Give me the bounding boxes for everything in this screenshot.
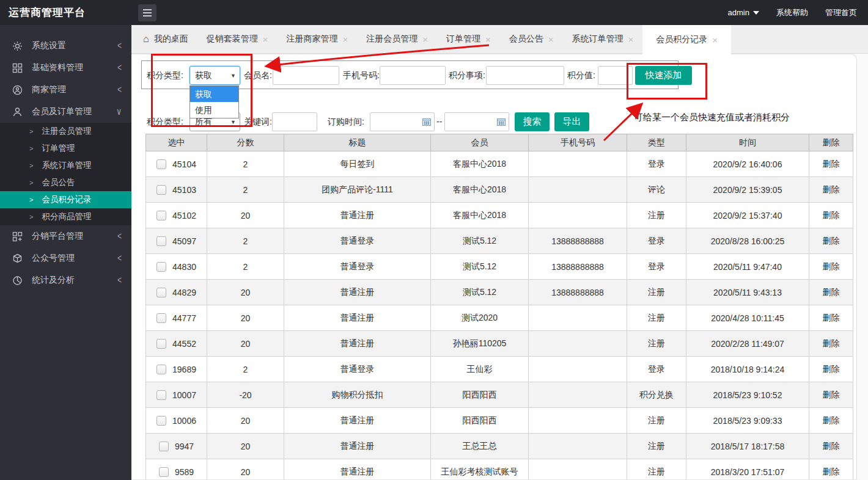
sidebar: 系统设置 < 基础资料管理 < 商家管理 < 会员及订单管理 ∨ >注册会员管理: [0, 25, 131, 480]
annotation-note: 可给某一个会员快速充值或者消耗积分: [634, 112, 790, 123]
calendar-icon[interactable]: [422, 118, 431, 126]
row-member: 客服中心2018: [431, 177, 529, 203]
sidebar-item-basic-data[interactable]: 基础资料管理 <: [0, 57, 131, 79]
table-row: 4482920普通注册测试5.1213888888888注册2020/5/11 …: [146, 280, 853, 305]
grid-icon: [11, 62, 23, 73]
row-delete-link[interactable]: 删除: [809, 228, 853, 254]
row-time: 2020/9/2 15:37:40: [686, 203, 809, 228]
row-delete-link[interactable]: 删除: [809, 254, 853, 280]
sidebar-item-system-order-mgmt[interactable]: >系统订单管理: [0, 157, 131, 174]
row-checkbox[interactable]: [156, 416, 166, 426]
user-menu[interactable]: admin: [728, 8, 759, 17]
sidebar-item-points-goods-mgmt[interactable]: >积分商品管理: [0, 208, 131, 225]
sidebar-item-member-notice[interactable]: >会员公告: [0, 174, 131, 191]
keyword-label: 关键词:: [244, 112, 272, 131]
sidebar-item-order-mgmt[interactable]: >订单管理: [0, 140, 131, 157]
row-delete-link[interactable]: 删除: [809, 408, 853, 434]
date-from-field[interactable]: [370, 112, 435, 131]
points-item-input[interactable]: [486, 66, 564, 85]
tab-system-order-mgmt[interactable]: 系统订单管理×: [563, 25, 643, 53]
row-delete-link[interactable]: 删除: [809, 203, 853, 228]
dropdown-option-use[interactable]: 使用: [190, 102, 238, 118]
row-delete-link[interactable]: 删除: [809, 177, 853, 203]
row-checkbox[interactable]: [156, 236, 166, 246]
row-member: 测试2020: [431, 305, 529, 331]
row-delete-link[interactable]: 删除: [809, 357, 853, 382]
calendar-icon[interactable]: [497, 118, 506, 126]
tab-member-notice[interactable]: 会员公告×: [500, 25, 563, 53]
quick-add-button[interactable]: 快速添加: [635, 66, 692, 85]
row-checkbox[interactable]: [156, 159, 166, 169]
sidebar-item-merchant-mgmt[interactable]: 商家管理 <: [0, 79, 131, 101]
row-member: 测试5.12: [431, 228, 529, 254]
tab-promo-package[interactable]: 促销套装管理×: [197, 25, 278, 53]
sidebar-item-distribution-platform[interactable]: 分销平台管理 <: [0, 225, 131, 247]
tab-order-mgmt[interactable]: 订单管理×: [437, 25, 500, 53]
row-id: 44777: [172, 313, 196, 323]
chevron-down-icon: ∨: [116, 106, 122, 117]
sidebar-item-official-account[interactable]: 公众号管理 <: [0, 247, 131, 269]
row-member: 阳西阳西: [431, 408, 529, 434]
keyword-input[interactable]: [272, 112, 317, 131]
tab-my-desktop[interactable]: ⌂ 我的桌面: [134, 25, 197, 53]
close-icon[interactable]: ×: [548, 35, 554, 44]
close-icon[interactable]: ×: [628, 35, 634, 44]
points-type-select[interactable]: 获取 ▼: [189, 66, 240, 85]
date-separator: --: [436, 112, 442, 131]
sidebar-toggle-button[interactable]: [138, 4, 156, 21]
row-score: 2: [207, 151, 284, 177]
tab-bar: ⌂ 我的桌面 促销套装管理× 注册商家管理× 注册会员管理× 订单管理× 会员公…: [131, 25, 868, 54]
row-delete-link[interactable]: 删除: [809, 305, 853, 331]
date-from-input[interactable]: [373, 117, 422, 128]
admin-home-link[interactable]: 管理首页: [825, 7, 857, 18]
row-member: 王仙彩: [431, 357, 529, 382]
export-button[interactable]: 导出: [554, 112, 589, 131]
tab-register-merchant[interactable]: 注册商家管理×: [277, 25, 357, 53]
close-icon[interactable]: ×: [263, 35, 268, 44]
close-icon[interactable]: ×: [485, 35, 491, 44]
sidebar-item-register-member[interactable]: >注册会员管理: [0, 123, 131, 140]
col-header-title: 标题: [284, 134, 431, 151]
row-delete-link[interactable]: 删除: [809, 331, 853, 357]
row-checkbox[interactable]: [156, 339, 166, 349]
chevron-left-icon: <: [117, 62, 122, 73]
date-to-field[interactable]: [444, 112, 509, 131]
row-type: 注册: [627, 280, 686, 305]
points-type-dropdown: 获取 使用: [189, 85, 239, 118]
select-caret-icon: ▼: [230, 119, 236, 125]
sidebar-item-member-orders[interactable]: 会员及订单管理 ∨: [0, 101, 131, 123]
table-header-row: 选中 分数 标题 会员 手机号码 类型 时间 删除: [146, 134, 853, 151]
row-delete-link[interactable]: 删除: [809, 151, 853, 177]
row-delete-link[interactable]: 删除: [809, 434, 853, 459]
system-help-link[interactable]: 系统帮助: [776, 7, 808, 18]
phone-input[interactable]: [380, 66, 446, 85]
row-checkbox[interactable]: [156, 288, 166, 297]
close-icon[interactable]: ×: [712, 35, 718, 45]
row-checkbox[interactable]: [156, 313, 166, 323]
row-score: 2: [207, 254, 284, 280]
row-checkbox[interactable]: [159, 442, 169, 451]
row-delete-link[interactable]: 删除: [809, 280, 853, 305]
row-checkbox[interactable]: [156, 390, 166, 400]
row-delete-link[interactable]: 删除: [809, 382, 853, 408]
search-button[interactable]: 搜索: [515, 112, 550, 131]
points-value-input[interactable]: [598, 66, 633, 85]
row-checkbox[interactable]: [156, 211, 166, 220]
sidebar-item-member-points-record[interactable]: >会员积分记录: [0, 191, 131, 208]
row-checkbox[interactable]: [156, 262, 166, 272]
member-name-input[interactable]: [273, 66, 339, 85]
sidebar-item-system-settings[interactable]: 系统设置 <: [0, 35, 131, 57]
row-checkbox[interactable]: [156, 185, 166, 195]
close-icon[interactable]: ×: [422, 35, 428, 44]
arrow-right-icon: >: [29, 145, 33, 152]
row-checkbox[interactable]: [159, 467, 169, 477]
sidebar-item-statistics[interactable]: 统计及分析 <: [0, 269, 131, 291]
row-checkbox[interactable]: [156, 365, 166, 374]
dropdown-option-get[interactable]: 获取: [190, 86, 238, 102]
row-title: 团购产品评论-1111: [284, 177, 431, 203]
date-to-input[interactable]: [448, 117, 497, 128]
tab-member-points-record[interactable]: 会员积分记录×: [642, 25, 731, 54]
row-delete-link[interactable]: 删除: [809, 459, 853, 480]
tab-register-member[interactable]: 注册会员管理×: [357, 25, 437, 53]
close-icon[interactable]: ×: [342, 35, 348, 44]
